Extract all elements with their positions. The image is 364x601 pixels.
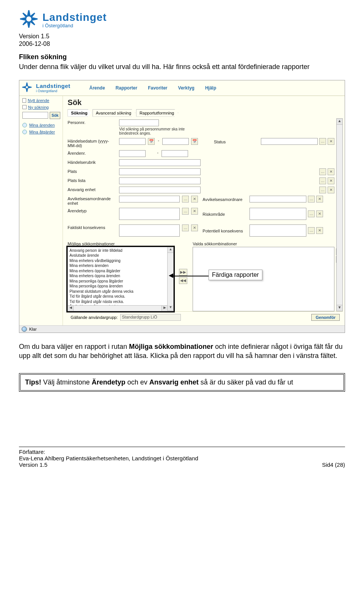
lookup-icon[interactable]: … [182, 208, 189, 215]
page-number: Sid4 (28) [322, 461, 345, 468]
clear-icon[interactable]: ✕ [328, 168, 334, 175]
list-item[interactable]: Avslutade ärende [69, 253, 172, 258]
below-paragraph: Om du bara väljer en rapport i rutan Möj… [0, 333, 364, 361]
scroll-down-icon[interactable]: ▼ [168, 305, 173, 311]
list-item[interactable]: Ansvarig person är inte tilldelad [69, 248, 172, 253]
mojliga-title: Möjliga sökkombinationer [67, 242, 174, 246]
list-item[interactable]: Mina enheters ärenden [69, 263, 172, 268]
genomfor-button[interactable]: Genomför [311, 314, 340, 321]
list-item[interactable]: Mina enheters öppna ärenden [69, 273, 172, 279]
scroll-up-icon[interactable]: ▲ [337, 119, 342, 125]
sidebar-search-button[interactable]: Sök [50, 112, 60, 119]
list-item[interactable]: Tid för åtgärd utgår denna vecka. [69, 294, 172, 299]
label-arendenr: Ärendenr. [67, 150, 117, 155]
list-item[interactable]: Mina enheters vårdbeläggning [69, 258, 172, 264]
input-arendetyp[interactable] [119, 208, 180, 220]
sidebar-mina-arenden[interactable]: Mina ärenden [22, 123, 60, 127]
move-left-icon[interactable]: ◀◀ [179, 277, 187, 284]
scrollbar-h[interactable]: ◀ ▶ [68, 305, 167, 311]
clear-icon[interactable]: ✕ [191, 208, 198, 215]
label-avv-enhet: Avvikelsesamordnande enhet [67, 196, 117, 206]
lookup-icon[interactable]: … [308, 227, 315, 234]
mojliga-listbox[interactable]: Ansvarig person är inte tilldeladAvsluta… [67, 247, 174, 311]
lookup-icon[interactable]: … [308, 196, 315, 202]
menu-verktyg[interactable]: Verktyg [178, 85, 195, 91]
lookup-icon[interactable]: … [182, 224, 189, 231]
doc-date: 2006-12-08 [19, 40, 345, 48]
clear-icon[interactable]: ✕ [191, 196, 198, 202]
list-item[interactable]: Mina personliga öppna ärenden [69, 284, 172, 289]
list-item[interactable]: Mina enheters öppna åtgärder [69, 268, 172, 274]
svg-point-0 [26, 16, 32, 22]
input-date-from[interactable] [119, 138, 146, 145]
menu-arende[interactable]: Ärende [89, 85, 105, 91]
input-personnr[interactable] [119, 119, 159, 126]
footer-forfattare: Författare: [19, 449, 345, 455]
scrollbar[interactable]: ▲ ▼ [167, 247, 173, 311]
scroll-up-icon[interactable]: ▲ [168, 247, 173, 253]
input-status[interactable] [261, 138, 318, 145]
field-anvandargrupp: Standardgrupp LiÖ [120, 314, 181, 321]
calendar-icon[interactable]: 📅 [148, 138, 155, 145]
main-scrollbar[interactable]: ▲ ▼ [336, 118, 343, 311]
label-faktiskt-konsekvens: Faktiskt konsekvens [67, 224, 117, 230]
menu-favoriter[interactable]: Favoriter [148, 85, 167, 91]
input-arendenr-from[interactable] [119, 150, 146, 157]
page-footer: Författare: Eva-Lena Ahlberg Patientsäke… [0, 445, 364, 480]
scroll-left-icon[interactable]: ◀ [68, 306, 74, 311]
app-logo-text: Landstinget i Östergötland [36, 83, 71, 93]
scroll-right-icon[interactable]: ▶ [162, 306, 167, 311]
sidebar-quick-search: Sök [22, 112, 60, 119]
lookup-icon[interactable]: … [308, 210, 315, 217]
clear-icon[interactable]: ✕ [316, 227, 323, 234]
input-avv-enhet[interactable] [119, 196, 180, 202]
clear-icon[interactable]: ✕ [328, 187, 334, 193]
input-plats-lista[interactable] [119, 177, 201, 184]
lookup-icon[interactable]: … [319, 168, 326, 175]
list-item[interactable]: Mina personliga öppna åtgärder [69, 279, 172, 284]
input-date-to[interactable] [162, 138, 189, 145]
label-handelserubrik: Händelserubrik [67, 159, 117, 165]
clear-icon[interactable]: ✕ [316, 210, 323, 217]
input-potentiell-konsekvens[interactable] [249, 224, 306, 237]
input-arendenr-to[interactable] [162, 150, 188, 157]
input-ansvarig-enhet[interactable] [119, 187, 201, 193]
sidebar-search-input[interactable] [22, 112, 48, 119]
menu-rapporter[interactable]: Rapporter [116, 85, 137, 91]
lookup-icon[interactable]: … [319, 187, 326, 193]
sidebar: Nytt ärende Ny sökning Sök Mina ärenden … [19, 96, 63, 325]
list-item[interactable]: Tid för åtgärd utgår nästa vecka. [69, 299, 172, 304]
tab-rapportutformning[interactable]: Rapportutformning [136, 109, 178, 117]
input-plats[interactable] [119, 168, 201, 175]
input-faktiskt-konsekvens[interactable] [119, 224, 180, 237]
callout-arrow-line [173, 276, 209, 276]
clear-icon[interactable]: ✕ [328, 177, 334, 184]
list-item[interactable]: Planerat slutdatum utgår denna vecka [69, 289, 172, 294]
label-ansvarig-enhet: Ansvarig enhet [67, 187, 117, 192]
main-panel: Sök Sökning Avancerad sökning Rapportutf… [63, 96, 346, 325]
app-body: Nytt ärende Ny sökning Sök Mina ärenden … [19, 96, 345, 325]
move-right-icon[interactable]: ▶▶ [179, 269, 187, 276]
brand-name: Landstinget [42, 11, 107, 24]
sidebar-mina-atgarder[interactable]: Mina åtgärder [22, 130, 60, 134]
menu-hjalp[interactable]: Hjälp [205, 85, 216, 91]
lookup-icon[interactable]: … [182, 196, 189, 202]
calendar-icon[interactable]: 📅 [191, 138, 198, 145]
scroll-down-icon[interactable]: ▼ [337, 305, 342, 311]
sidebar-ny-sokning[interactable]: Ny sökning [22, 105, 60, 110]
tab-avancerad[interactable]: Avancerad sökning [93, 109, 135, 117]
callout-fardiga-rapporter: Färdiga rapporter [209, 270, 262, 280]
expand-icon [22, 130, 27, 134]
clear-icon[interactable]: ✕ [316, 196, 323, 202]
input-avv-samordnare[interactable] [249, 196, 306, 202]
sidebar-nytt-arende[interactable]: Nytt ärende [22, 98, 60, 103]
mojliga-block: Möjliga sökkombinationer Ansvarig person… [67, 242, 174, 311]
lookup-icon[interactable]: … [319, 138, 326, 145]
status-bar: Klar [19, 325, 345, 333]
clear-icon[interactable]: ✕ [191, 224, 198, 231]
lookup-icon[interactable]: … [319, 177, 326, 184]
tab-sokning[interactable]: Sökning [67, 109, 91, 117]
input-handelserubrik[interactable] [119, 159, 201, 166]
clear-icon[interactable]: ✕ [328, 138, 334, 145]
input-riskomrade[interactable] [249, 208, 306, 220]
